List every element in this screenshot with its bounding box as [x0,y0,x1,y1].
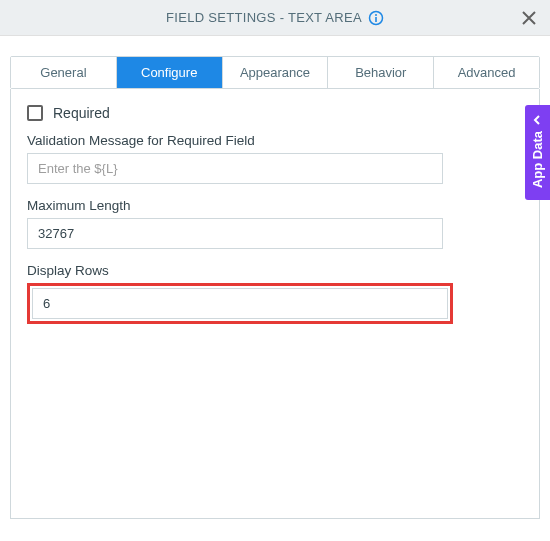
display-rows-input[interactable] [32,288,448,319]
validation-message-label: Validation Message for Required Field [27,133,523,148]
svg-point-1 [375,14,377,16]
required-row: Required [27,105,523,121]
tab-advanced[interactable]: Advanced [434,57,539,88]
tab-configure[interactable]: Configure [117,57,223,88]
close-button[interactable] [518,7,540,29]
chevron-left-icon [533,115,543,125]
tab-appearance[interactable]: Appearance [223,57,329,88]
tab-general[interactable]: General [11,57,117,88]
tab-behavior[interactable]: Behavior [328,57,434,88]
maximum-length-label: Maximum Length [27,198,523,213]
svg-rect-2 [375,17,377,22]
required-checkbox[interactable] [27,105,43,121]
app-data-label: App Data [530,131,545,188]
required-label: Required [53,105,110,121]
dialog-title: FIELD SETTINGS - TEXT AREA [166,10,362,25]
configure-panel: Required Validation Message for Required… [10,89,540,519]
display-rows-label: Display Rows [27,263,523,278]
info-icon[interactable] [368,10,384,26]
display-rows-highlight [27,283,453,324]
tabs-bar: General Configure Appearance Behavior Ad… [10,56,540,89]
dialog-header: FIELD SETTINGS - TEXT AREA [0,0,550,36]
app-data-side-tab[interactable]: App Data [525,105,550,200]
validation-message-input[interactable] [27,153,443,184]
maximum-length-input[interactable] [27,218,443,249]
